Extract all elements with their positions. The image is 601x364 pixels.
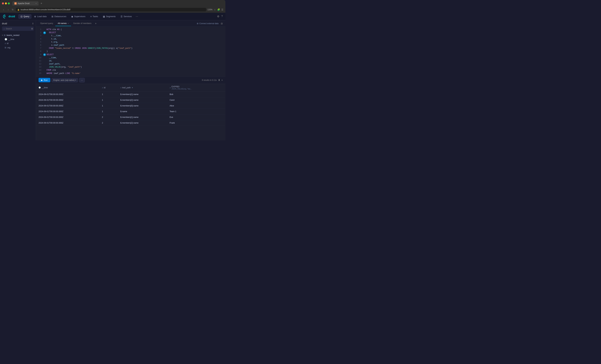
sidebar-search[interactable]: ⌕ ⊞ bbox=[2, 26, 34, 31]
table-row[interactable]: 2024-09-01T00:00:00.000Z2$.members[2].na… bbox=[36, 120, 225, 126]
nav-item-supervisors-label: Supervisors bbox=[74, 15, 85, 18]
search-input[interactable] bbox=[6, 28, 30, 30]
cell-leaf_path: $.members[1].name bbox=[118, 114, 167, 120]
tab-opened-query[interactable]: Opened query bbox=[38, 21, 55, 26]
nav-item-services[interactable]: ☰ Services bbox=[118, 14, 134, 19]
code-line-6: x.leaf_path bbox=[43, 44, 223, 47]
col-header-id[interactable]: A id bbox=[99, 84, 118, 92]
segments-nav-icon: ▦ bbox=[103, 15, 105, 18]
tab-favicon: D bbox=[14, 2, 17, 5]
help-icon[interactable]: ? bbox=[221, 15, 223, 18]
druid-logo: druid bbox=[3, 14, 15, 19]
sidebar-item-id[interactable]: A id bbox=[0, 41, 36, 46]
engine-selector[interactable]: Engine: auto (sql-native) ▾ bbox=[52, 78, 78, 82]
tab-all-names-close[interactable]: × bbox=[68, 22, 69, 24]
forward-button[interactable]: › bbox=[7, 8, 10, 11]
table-row[interactable]: 2024-09-01T00:00:00.000Z1$.nameTeam 1 bbox=[36, 108, 225, 114]
nav-item-segments-label: Segments bbox=[106, 15, 116, 18]
results-table-header: 🕐 __time A id bbox=[36, 84, 225, 92]
cell-id: 2 bbox=[99, 114, 118, 120]
cell-time: 2024-09-01T00:00:00.000Z bbox=[36, 108, 99, 114]
results-table-container[interactable]: 🕐 __time A id bbox=[36, 84, 225, 140]
sidebar-item-time[interactable]: 🕐 __time bbox=[0, 37, 36, 41]
address-bar[interactable]: 🔒 localhost:8888/unified-console.html#wo… bbox=[16, 8, 206, 11]
settings-icon[interactable]: ⚙ bbox=[217, 15, 219, 18]
browser-chrome: D Apache Druid × + ‹ › ↻ 🔒 localhost:888… bbox=[0, 0, 225, 13]
close-results-button[interactable]: × bbox=[221, 79, 223, 81]
cell-id: 1 bbox=[99, 103, 118, 108]
sidebar-expand-button[interactable]: ⇕ bbox=[32, 22, 34, 25]
app-container: druid ⊡ Query ⊕ Load data ⊞ Datasources … bbox=[0, 13, 225, 140]
sidebar-item-org[interactable]: ⊞ org bbox=[0, 46, 36, 50]
svg-point-0 bbox=[4, 16, 5, 17]
filter-icon[interactable]: ▼ bbox=[131, 87, 133, 89]
add-tab-button[interactable]: + bbox=[94, 22, 98, 25]
editor-content[interactable]: 123456789101112131415 WITH cte AS (▶ SEL… bbox=[36, 27, 225, 76]
code-line-7: FROM "teams_nested" t CROSS JOIN UNNEST(… bbox=[43, 47, 223, 50]
code-line-13: JSON_VALUE(org, "leaf_path") bbox=[43, 66, 223, 69]
nav-item-segments[interactable]: ▦ Segments bbox=[100, 14, 118, 19]
refresh-button[interactable]: ↻ bbox=[11, 8, 14, 11]
bookmark-icon[interactable]: ☆ bbox=[214, 8, 216, 11]
col-header-time[interactable]: 🕐 __time bbox=[36, 84, 99, 92]
cell-time: 2024-09-01T00:00:00.000Z bbox=[36, 114, 99, 120]
code-lines[interactable]: WITH cte AS (▶ SELECT t.__time, t.id, t.… bbox=[43, 28, 225, 75]
connect-external-data-button[interactable]: ⊞ Connect external data bbox=[195, 22, 220, 25]
minimize-button[interactable] bbox=[5, 2, 7, 4]
col-leaf-path-label: leaf_path bbox=[122, 87, 131, 89]
results-table: 🕐 __time A id bbox=[36, 84, 225, 126]
run-button[interactable]: ▶ Run bbox=[39, 78, 50, 82]
nav-item-supervisors[interactable]: ◉ Supervisors bbox=[69, 14, 88, 19]
address-text: localhost:8888/unified-console.html#work… bbox=[20, 9, 70, 11]
datasources-nav-icon: ⊞ bbox=[51, 15, 53, 18]
cell-id: 1 bbox=[99, 97, 118, 103]
query-panel: Opened query All names × Gender of membe… bbox=[36, 20, 225, 140]
more-options-button[interactable]: ··· bbox=[79, 78, 85, 82]
nav-item-tasks[interactable]: ≡ Tasks bbox=[88, 14, 100, 19]
nav-item-datasources[interactable]: ⊞ Datasources bbox=[49, 14, 69, 19]
code-line-11: id, bbox=[43, 59, 223, 62]
tree-expand-icon: ▾ bbox=[2, 34, 3, 36]
col-header-leaf-path[interactable]: A leaf_path ▼ bbox=[118, 84, 167, 92]
menu-icon[interactable]: ☰ bbox=[221, 8, 223, 11]
search-options-icon[interactable]: ⊞ bbox=[31, 27, 33, 30]
browser-tab[interactable]: D Apache Druid × bbox=[12, 1, 39, 6]
complex-column-icon: ⊞ bbox=[5, 46, 6, 49]
nav-item-load-data[interactable]: ⊕ Load data bbox=[32, 14, 49, 19]
col-header-expr[interactable]: A EXPR$3 JSON_VALUE(org, "lea… bbox=[167, 84, 225, 92]
new-tab-button[interactable]: + bbox=[40, 2, 43, 5]
tab-close-button[interactable]: × bbox=[36, 2, 37, 4]
code-line-8: ) bbox=[43, 50, 223, 53]
sidebar-title: druid bbox=[2, 22, 7, 25]
code-line-12: leaf_path, bbox=[43, 62, 223, 66]
code-line-3: t.__time, bbox=[43, 34, 223, 37]
results-info: 8 results in 0.11s bbox=[202, 79, 217, 81]
collapse-panel-button[interactable]: ⊟ bbox=[220, 21, 223, 25]
back-button[interactable]: ‹ bbox=[2, 8, 5, 11]
supervisors-nav-icon: ◉ bbox=[71, 15, 73, 18]
table-row[interactable]: 2024-09-01T00:00:00.000Z2$.members[1].na… bbox=[36, 114, 225, 120]
maximize-button[interactable] bbox=[8, 2, 10, 4]
query-nav-icon: ⊡ bbox=[20, 15, 22, 18]
close-button[interactable] bbox=[2, 2, 4, 4]
download-results-button[interactable]: ⬇ bbox=[218, 79, 220, 82]
tab-all-names[interactable]: All names × bbox=[55, 21, 71, 26]
top-nav: druid ⊡ Query ⊕ Load data ⊞ Datasources … bbox=[0, 13, 225, 20]
table-row[interactable]: 2024-09-01T00:00:00.000Z1$.members[0].na… bbox=[36, 103, 225, 108]
sidebar-item-teams-nested[interactable]: ▾ ⊞ teams_nested bbox=[0, 33, 36, 37]
code-editor[interactable]: 123456789101112131415 WITH cte AS (▶ SEL… bbox=[36, 27, 225, 76]
time-column-icon: 🕐 bbox=[5, 38, 7, 40]
nav-item-query[interactable]: ⊡ Query bbox=[18, 14, 31, 19]
nav-more-button[interactable]: ··· bbox=[134, 15, 140, 18]
nav-right: ⚙ ? bbox=[217, 15, 223, 18]
code-line-1: WITH cte AS ( bbox=[43, 28, 223, 31]
logo-text: druid bbox=[9, 15, 15, 18]
main-content: druid ⇕ ⌕ ⊞ ▾ ⊞ teams_nested 🕐 __time bbox=[0, 20, 225, 140]
query-tabs: Opened query All names × Gender of membe… bbox=[36, 20, 225, 27]
table-row[interactable]: 2024-09-01T00:00:00.000Z1$.members[1].na… bbox=[36, 91, 225, 97]
tasks-nav-icon: ≡ bbox=[90, 15, 92, 18]
sidebar-header: druid ⇕ bbox=[0, 22, 36, 26]
table-row[interactable]: 2024-09-01T00:00:00.000Z1$.members[2].na… bbox=[36, 97, 225, 103]
tab-gender-of-members[interactable]: Gender of members bbox=[71, 21, 94, 26]
extensions-icon[interactable]: 🧩 bbox=[217, 8, 220, 11]
